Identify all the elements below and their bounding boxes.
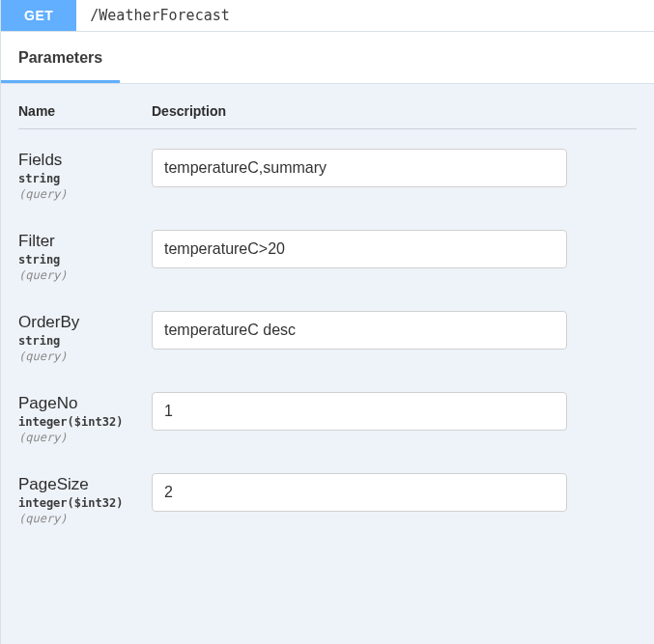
api-operation-panel: GET /WeatherForecast Parameters Name Des…: [0, 0, 654, 644]
endpoint-path: /WeatherForecast: [76, 7, 230, 24]
table-row: PageNo integer($int32) (query): [18, 373, 637, 454]
tab-parameters[interactable]: Parameters: [1, 32, 120, 83]
param-location: (query): [18, 187, 152, 201]
param-input-orderby[interactable]: [152, 311, 567, 350]
param-type: integer($int32): [18, 415, 152, 429]
param-input-pageno[interactable]: [152, 392, 567, 431]
column-header-description: Description: [152, 103, 226, 119]
param-name: Fields: [18, 151, 152, 170]
param-input-pagesize[interactable]: [152, 473, 567, 512]
param-type: string: [18, 253, 152, 266]
param-input-fields[interactable]: [152, 149, 567, 187]
param-meta: Filter string (query): [18, 230, 152, 282]
param-type: string: [18, 334, 152, 348]
param-name: Filter: [18, 232, 152, 251]
table-row: Filter string (query): [18, 210, 637, 292]
table-row: OrderBy string (query): [18, 292, 637, 373]
param-type: string: [18, 172, 152, 185]
param-location: (query): [18, 431, 152, 444]
param-input-filter[interactable]: [152, 230, 567, 268]
table-row: Fields string (query): [18, 129, 637, 210]
param-meta: PageSize integer($int32) (query): [18, 473, 152, 525]
param-name: PageSize: [18, 475, 152, 494]
param-meta: PageNo integer($int32) (query): [18, 392, 152, 444]
param-meta: OrderBy string (query): [18, 311, 152, 363]
operation-header[interactable]: GET /WeatherForecast: [1, 0, 654, 32]
param-location: (query): [18, 350, 152, 363]
param-name: OrderBy: [18, 313, 152, 332]
tabs: Parameters: [1, 32, 654, 84]
param-location: (query): [18, 268, 152, 282]
parameters-table: Name Description Fields string (query) F…: [1, 84, 654, 535]
column-header-name: Name: [18, 103, 152, 119]
http-method-badge: GET: [1, 0, 76, 31]
param-name: PageNo: [18, 394, 152, 413]
table-row: PageSize integer($int32) (query): [18, 454, 637, 535]
param-location: (query): [18, 512, 152, 525]
param-type: integer($int32): [18, 496, 152, 510]
param-meta: Fields string (query): [18, 149, 152, 201]
table-header-row: Name Description: [18, 103, 637, 129]
